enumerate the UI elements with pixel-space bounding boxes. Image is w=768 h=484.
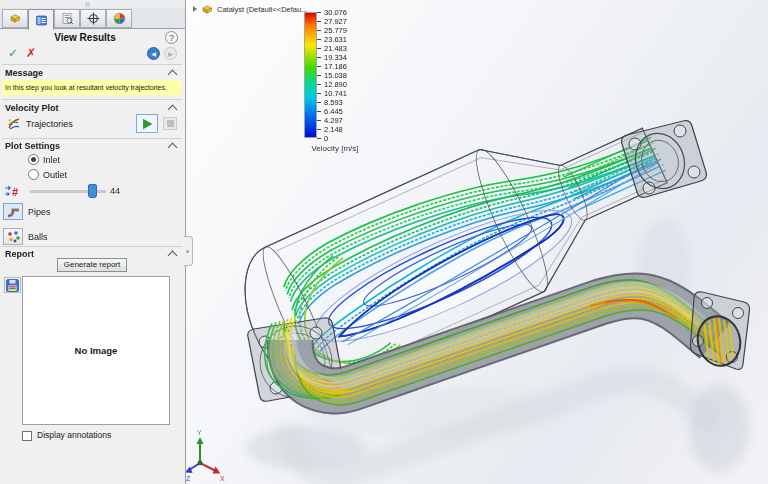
panel-splitter-handle[interactable]: [184, 236, 193, 266]
feature-tree-item[interactable]: Catalyst (Default<<Defau...: [193, 2, 307, 16]
tab-configuration-manager[interactable]: [54, 9, 80, 28]
report-section-header[interactable]: Report: [5, 249, 34, 259]
pipes-button[interactable]: [3, 203, 23, 220]
legend-tick: 21.483: [317, 44, 347, 53]
velocity-plot-section-header[interactable]: Velocity Plot: [5, 103, 59, 113]
message-text: In this step you look at resultant veloc…: [2, 80, 181, 95]
legend-tick: 10.741: [317, 89, 347, 98]
property-manager-panel: View Results ? ✓ ✗ ◀ ▶ Message In this s…: [0, 0, 186, 484]
triad-x-label: X: [220, 475, 225, 482]
divider: [2, 138, 182, 139]
solidworks-flow-simulation-window: View Results ? ✓ ✗ ◀ ▶ Message In this s…: [0, 0, 768, 484]
triad-y-label: Y: [197, 429, 202, 436]
collapse-chevron-icon[interactable]: [168, 105, 178, 115]
legend-ticks: 30.07627.92725.77923.63121.48319.33417.1…: [317, 12, 369, 138]
divider: [2, 246, 182, 247]
divider: [2, 99, 182, 100]
play-button[interactable]: [136, 114, 158, 133]
property-manager-icon: [35, 14, 48, 27]
trajectory-count-icon: #: [4, 184, 21, 198]
stop-button[interactable]: [163, 117, 177, 130]
balls-icon: [6, 230, 21, 243]
assembly-icon: [201, 3, 213, 15]
forward-button[interactable]: ▶: [164, 47, 177, 60]
balls-button-label: Balls: [28, 232, 48, 242]
manager-tab-bar: [0, 8, 185, 29]
pipes-button-label: Pipes: [28, 207, 51, 217]
legend-tick: 12.890: [317, 80, 347, 89]
outlet-flange: [690, 292, 749, 370]
collapse-chevron-icon[interactable]: [168, 251, 178, 261]
trajectory-count-slider-thumb[interactable]: [88, 184, 97, 198]
pipes-icon: [6, 206, 21, 218]
tab-feature-manager[interactable]: [2, 9, 28, 28]
graphics-area[interactable]: Catalyst (Default<<Defau... 30.07627.927…: [186, 0, 768, 484]
expand-arrow-icon[interactable]: [193, 6, 197, 12]
tab-display-manager[interactable]: [106, 9, 132, 28]
inlet-radio[interactable]: [28, 154, 39, 165]
generate-report-button[interactable]: Generate report: [57, 258, 127, 272]
outlet-radio[interactable]: [28, 169, 39, 180]
collapse-chevron-icon[interactable]: [168, 70, 178, 80]
trajectories-item-label[interactable]: Trajectories: [26, 119, 73, 129]
page-title: View Results: [0, 32, 170, 43]
display-annotations-label: Display annotations: [37, 430, 111, 440]
play-icon: [143, 119, 152, 129]
feature-tree-item-label[interactable]: Catalyst (Default<<Defau...: [217, 5, 307, 14]
legend-tick: 17.186: [317, 62, 347, 71]
legend-colorbar: [304, 12, 317, 138]
legend-tick: 15.038: [317, 71, 347, 80]
legend-tick: 2.148: [317, 125, 343, 134]
panel-top-strip: [0, 0, 185, 8]
stop-icon: [167, 120, 174, 127]
save-image-button[interactable]: [4, 277, 21, 293]
report-preview-box: No Image: [22, 276, 170, 425]
cancel-button[interactable]: ✗: [26, 46, 36, 60]
balls-button[interactable]: [3, 228, 23, 245]
divider: [2, 64, 182, 65]
legend-tick: 19.334: [317, 53, 347, 62]
display-annotations-checkbox[interactable]: [22, 431, 32, 441]
outlet-radio-label: Outlet: [43, 170, 67, 180]
inlet-radio-label: Inlet: [43, 155, 60, 165]
display-manager-icon: [113, 12, 126, 25]
help-icon[interactable]: ?: [165, 31, 178, 44]
plot-settings-section-header[interactable]: Plot Settings: [5, 141, 60, 151]
legend-tick: 4.297: [317, 116, 343, 125]
legend-tick: 23.631: [317, 35, 347, 44]
trajectories-icon: [7, 117, 20, 130]
no-image-label: No Image: [75, 345, 118, 356]
panel-resize-handle[interactable]: [85, 2, 90, 7]
trajectory-count-value: 44: [110, 186, 120, 196]
back-button[interactable]: ◀: [147, 47, 160, 60]
legend-tick: 6.445: [317, 107, 343, 116]
feature-manager-icon: [9, 12, 22, 25]
ok-button[interactable]: ✓: [8, 46, 18, 60]
configuration-manager-icon: [61, 12, 74, 25]
save-image-icon: [6, 279, 19, 292]
svg-text:#: #: [12, 186, 18, 198]
orientation-triad: Y X Z: [186, 429, 225, 482]
message-section-header[interactable]: Message: [5, 68, 43, 78]
triad-z-label: Z: [186, 475, 191, 482]
dimxpert-icon: [87, 12, 100, 25]
legend-tick: 25.779: [317, 26, 347, 35]
legend-tick: 8.593: [317, 98, 343, 107]
legend-tick: 27.927: [317, 17, 347, 26]
legend-tick: 0: [317, 134, 328, 143]
model-viewport[interactable]: Y X Z: [186, 0, 768, 484]
collapse-chevron-icon[interactable]: [168, 143, 178, 153]
tab-property-manager[interactable]: [28, 9, 54, 30]
legend-tick: 30.076: [317, 8, 347, 17]
legend-title: Velocity [m/s]: [300, 144, 370, 153]
tab-dimxpert-manager[interactable]: [80, 9, 106, 28]
